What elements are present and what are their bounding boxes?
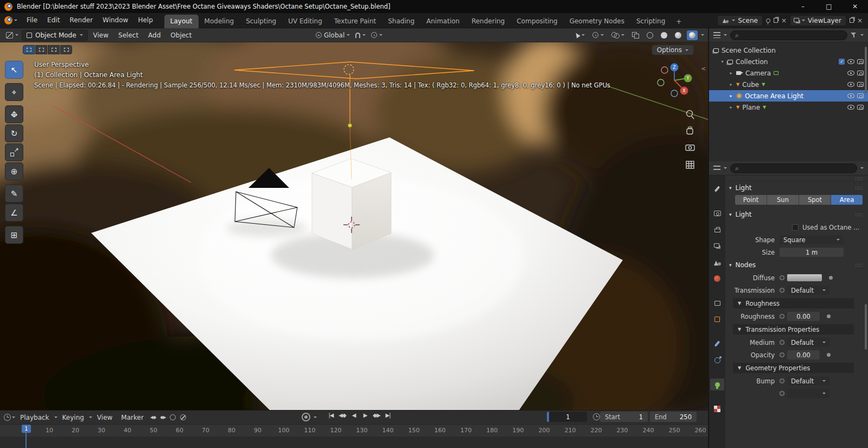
light-type-point-button[interactable]: Point bbox=[735, 195, 767, 205]
tab-rendering[interactable]: Rendering bbox=[465, 15, 510, 28]
jump-to-next-marker-icon[interactable]: ◆▶ bbox=[158, 415, 167, 420]
new-scene-icon[interactable] bbox=[774, 18, 778, 23]
unlink-scene-icon[interactable]: × bbox=[781, 17, 787, 24]
gizmo-negative-x-axis[interactable] bbox=[661, 67, 668, 73]
editor-separator[interactable] bbox=[708, 28, 709, 448]
tab-geometry-nodes[interactable]: Geometry Nodes bbox=[564, 15, 630, 28]
shape-dropdown[interactable]: Square bbox=[780, 235, 844, 244]
frame-start-field[interactable]: Start 1 bbox=[600, 412, 648, 422]
light-handle-dot[interactable] bbox=[348, 123, 352, 127]
size-field[interactable]: 1 m bbox=[780, 248, 844, 257]
tab-object-data-properties[interactable] bbox=[710, 378, 724, 390]
menu-playback[interactable]: Playback bbox=[16, 412, 53, 423]
play-button[interactable]: ▶ bbox=[361, 412, 369, 418]
expand-icon[interactable]: ▸ bbox=[729, 93, 733, 98]
outliner-item-camera[interactable]: ▸ Camera bbox=[709, 67, 868, 79]
tab-shading[interactable]: Shading bbox=[382, 15, 420, 28]
keying-set-icon[interactable] bbox=[170, 414, 176, 420]
scene-selector[interactable]: Scene bbox=[717, 15, 763, 26]
tab-compositing[interactable]: Compositing bbox=[510, 15, 563, 28]
sidebar-collapse-icon[interactable]: < bbox=[701, 65, 706, 72]
editor-type-outliner-icon[interactable] bbox=[713, 32, 720, 38]
expand-icon[interactable]: ▸ bbox=[729, 105, 733, 110]
menu-edit[interactable]: Edit bbox=[42, 13, 65, 28]
select-box-tool[interactable]: ↖ bbox=[5, 61, 23, 79]
expand-icon[interactable]: ▾ bbox=[720, 59, 725, 64]
play-reverse-button[interactable]: ◀ bbox=[349, 412, 358, 418]
tab-world-properties[interactable] bbox=[710, 273, 724, 285]
xray-toggle[interactable] bbox=[630, 32, 641, 38]
tab-sculpting[interactable]: Sculpting bbox=[240, 15, 282, 28]
hide-in-viewport-icon[interactable] bbox=[847, 71, 854, 75]
jump-to-start-button[interactable]: |◀ bbox=[327, 412, 335, 418]
socket-output-dot-icon[interactable] bbox=[829, 276, 833, 280]
cursor-tool[interactable]: ⌖ bbox=[5, 83, 23, 101]
editor-type-timeline-icon[interactable] bbox=[4, 414, 11, 421]
timeline-ruler[interactable]: 1020304050607080901001101201301401501601… bbox=[0, 424, 708, 437]
tab-scene-properties[interactable] bbox=[710, 256, 724, 268]
roughness-field[interactable]: 0.00 bbox=[787, 312, 820, 321]
transform-tool[interactable]: ⊕ bbox=[5, 162, 23, 180]
scale-tool[interactable]: ↗ bbox=[5, 143, 23, 161]
node-socket-icon[interactable] bbox=[780, 275, 784, 280]
tab-uv-editing[interactable]: UV Editing bbox=[282, 15, 328, 28]
panel-header-octane-light[interactable]: ▾ Light ∷∷ bbox=[725, 208, 868, 221]
geometry-properties-section-header[interactable]: ▼ Geometry Properties bbox=[733, 363, 854, 373]
collection-checkbox[interactable]: ✓ bbox=[839, 59, 845, 65]
tab-tool-properties[interactable] bbox=[710, 183, 724, 195]
prev-keyframe-button[interactable]: ◀◆ bbox=[338, 412, 347, 418]
socket-output-dot-icon[interactable] bbox=[827, 353, 831, 357]
node-socket-icon[interactable] bbox=[780, 340, 784, 345]
clear-keying-set-icon[interactable] bbox=[180, 414, 186, 420]
show-gizmo-toggle[interactable] bbox=[590, 32, 606, 38]
measure-tool[interactable]: ∠ bbox=[5, 204, 23, 222]
tab-output-properties[interactable] bbox=[710, 224, 724, 236]
next-keyframe-button[interactable]: ◆▶ bbox=[372, 412, 381, 418]
new-viewlayer-icon[interactable] bbox=[850, 18, 854, 23]
tab-texture-properties[interactable] bbox=[710, 403, 724, 415]
select-mode-extend-button[interactable] bbox=[35, 45, 47, 54]
disable-in-renders-icon[interactable] bbox=[857, 71, 864, 75]
gizmo-negative-z-axis[interactable] bbox=[671, 90, 678, 97]
tab-constraint-properties[interactable] bbox=[710, 338, 724, 350]
transform-orientation-dropdown[interactable]: Global bbox=[314, 31, 352, 39]
outliner-item-cube[interactable]: ▸ ▼ Cube ▼ bbox=[709, 79, 868, 90]
options-button[interactable]: Options bbox=[652, 45, 693, 55]
expand-icon[interactable]: ▸ bbox=[729, 82, 733, 87]
properties-scrollbar[interactable] bbox=[865, 304, 867, 350]
panel-header-nodes[interactable]: ▾ Nodes ∷∷ bbox=[725, 258, 868, 272]
tab-scripting[interactable]: Scripting bbox=[630, 15, 671, 28]
socket-output-dot-icon[interactable] bbox=[827, 314, 831, 318]
menu-help[interactable]: Help bbox=[133, 13, 157, 28]
tab-collection-properties[interactable] bbox=[710, 297, 724, 309]
use-preview-range-icon[interactable] bbox=[593, 413, 600, 420]
shading-solid-button[interactable] bbox=[659, 30, 669, 40]
diffuse-color-swatch[interactable] bbox=[787, 274, 822, 281]
menu-file[interactable]: File bbox=[22, 13, 42, 28]
select-mode-new-button[interactable] bbox=[23, 45, 35, 54]
move-tool[interactable]: ↔↕ bbox=[5, 105, 23, 123]
shading-rendered-button[interactable] bbox=[687, 30, 698, 40]
menu-select[interactable]: Select bbox=[114, 30, 143, 41]
transmission-properties-section-header[interactable]: ▼ Transmission Properties bbox=[733, 324, 854, 335]
medium-dropdown[interactable]: Default bbox=[787, 338, 829, 347]
menu-view[interactable]: View bbox=[89, 30, 113, 41]
viewport-canvas[interactable]: Z Y X bbox=[0, 42, 708, 410]
annotate-tool[interactable]: ✎ bbox=[5, 185, 23, 203]
hide-in-viewport-icon[interactable] bbox=[847, 93, 854, 98]
disable-in-renders-icon[interactable] bbox=[857, 93, 864, 98]
properties-search-input[interactable]: ⌕ bbox=[730, 163, 857, 173]
timeline-channel-area[interactable] bbox=[0, 437, 708, 448]
proportional-editing-toggle[interactable] bbox=[369, 32, 385, 38]
viewport-area[interactable]: Z Y X bbox=[0, 42, 708, 410]
expand-icon[interactable]: ▸ bbox=[729, 71, 733, 75]
frame-end-field[interactable]: End 250 bbox=[650, 412, 697, 422]
menu-render[interactable]: Render bbox=[65, 13, 98, 28]
current-frame-field[interactable]: 1 bbox=[547, 412, 587, 422]
roughness-section-header[interactable]: ▼ Roughness bbox=[733, 298, 854, 308]
tab-layout[interactable]: Layout bbox=[164, 15, 199, 28]
shading-wireframe-button[interactable] bbox=[644, 30, 655, 40]
node-socket-icon[interactable] bbox=[780, 288, 784, 293]
light-type-area-button[interactable]: Area bbox=[831, 195, 863, 205]
tab-physics-properties[interactable] bbox=[710, 354, 724, 366]
